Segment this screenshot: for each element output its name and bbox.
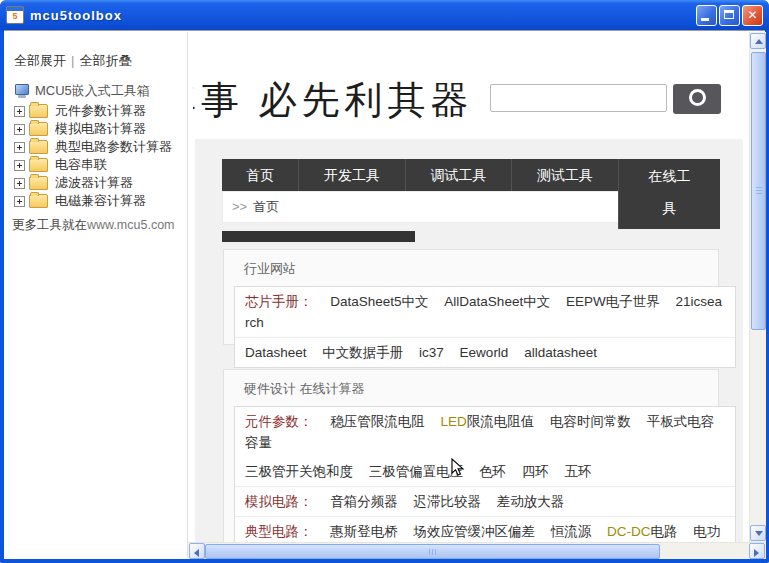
- breadcrumb-current[interactable]: 首页: [253, 199, 279, 214]
- nav-item-test-tools[interactable]: 测试工具: [511, 159, 618, 191]
- vertical-scroll-thumb[interactable]: [751, 52, 766, 330]
- tool-tree: MCU5嵌入式工具箱 元件参数计算器 模拟电路计算器 典型电路参数计算器: [14, 82, 172, 210]
- search-input[interactable]: [490, 84, 667, 112]
- app-icon: 5: [6, 6, 24, 24]
- minimize-icon: [701, 18, 709, 21]
- link[interactable]: 差动放大器: [497, 494, 565, 509]
- minimize-button[interactable]: [696, 5, 717, 26]
- horizontal-scrollbar[interactable]: [188, 542, 766, 559]
- section-title: 行业网站: [224, 250, 718, 286]
- link[interactable]: 五环: [565, 464, 592, 479]
- link[interactable]: 电容时间常数: [550, 414, 631, 429]
- tree-item-analog-calculator[interactable]: 模拟电路计算器: [14, 120, 172, 138]
- scroll-left-button[interactable]: [189, 543, 205, 559]
- link[interactable]: 迟滞比较器: [414, 494, 482, 509]
- toolbar-divider: |: [71, 53, 74, 68]
- link[interactable]: DC-DC电路: [607, 524, 678, 539]
- folder-icon: [29, 104, 48, 118]
- link-text: 电路: [651, 524, 678, 539]
- link[interactable]: DataSheet5中文: [330, 294, 428, 309]
- nav-item-home[interactable]: 首页: [222, 159, 298, 191]
- link[interactable]: 四环: [522, 464, 549, 479]
- expand-plus-icon[interactable]: [14, 124, 25, 135]
- client-area: 全部展开|全部折叠 MCU5嵌入式工具箱 元件参数计算器 模拟电路计算器: [4, 30, 765, 559]
- link[interactable]: 三极管开关饱和度: [245, 464, 353, 479]
- link-row-component-params-2: 三极管开关饱和度 三极管偏置电压 色环 四环 五环: [235, 457, 735, 486]
- mcu5-site-link[interactable]: www.mcu5.com: [87, 218, 175, 232]
- search-button[interactable]: [673, 84, 721, 114]
- tree-item-filter-calculator[interactable]: 滤波器计算器: [14, 174, 172, 192]
- nav-item-dev-tools[interactable]: 开发工具: [298, 159, 405, 191]
- main-nav: 首页 开发工具 调试工具 测试工具 在线工具: [222, 159, 720, 191]
- titlebar[interactable]: 5 mcu5toolbox ✕: [0, 0, 769, 30]
- highlighted-term: DC-DC: [607, 524, 651, 539]
- link-text: 限流电阻值: [467, 414, 535, 429]
- tree-item-label: 元件参数计算器: [55, 102, 146, 120]
- nav-item-online-tools[interactable]: 在线工具: [618, 159, 720, 229]
- row-label: 元件参数：: [245, 414, 313, 429]
- scroll-up-button[interactable]: [750, 33, 766, 49]
- link[interactable]: AllDataSheet中文: [444, 294, 550, 309]
- maximize-button[interactable]: [719, 5, 740, 26]
- app-icon-number: 5: [7, 11, 23, 22]
- link-row-analog-circuits: 模拟电路： 音箱分频器 迟滞比较器 差动放大器: [235, 486, 735, 516]
- vertical-scrollbar[interactable]: [749, 32, 766, 542]
- section-industry-sites: 行业网站 芯片手册： DataSheet5中文 AllDataSheet中文 E…: [223, 249, 719, 345]
- link[interactable]: Datasheet: [245, 345, 307, 360]
- link[interactable]: EEPW电子世界: [566, 294, 660, 309]
- tree-item-label: 典型电路参数计算器: [55, 138, 172, 156]
- tree-item-emc-calculator[interactable]: 电磁兼容计算器: [14, 192, 172, 210]
- expand-plus-icon[interactable]: [14, 196, 25, 207]
- horizontal-scroll-thumb[interactable]: [205, 544, 660, 559]
- web-page: 其事 必先利其器 首页 开发工具 调试工具 测试工具 在线工具 >>首页 行业网…: [188, 32, 749, 542]
- link[interactable]: alldatasheet: [524, 345, 597, 360]
- expand-plus-icon[interactable]: [14, 178, 25, 189]
- expand-plus-icon[interactable]: [14, 106, 25, 117]
- scroll-down-button[interactable]: [750, 525, 766, 541]
- collapse-all-link[interactable]: 全部折叠: [79, 53, 131, 68]
- link[interactable]: 色环: [479, 464, 506, 479]
- link[interactable]: 三极管偏置电压: [369, 464, 464, 479]
- tree-root-node[interactable]: MCU5嵌入式工具箱: [14, 82, 172, 100]
- link-box: 芯片手册： DataSheet5中文 AllDataSheet中文 EEPW电子…: [234, 286, 736, 368]
- arrow-right-icon: [754, 549, 759, 557]
- row-label: 模拟电路：: [245, 494, 313, 509]
- folder-icon: [29, 176, 48, 190]
- close-button[interactable]: ✕: [742, 5, 763, 26]
- link[interactable]: 中文数据手册: [322, 345, 403, 360]
- tree-item-component-calculator[interactable]: 元件参数计算器: [14, 102, 172, 120]
- nav-item-debug-tools[interactable]: 调试工具: [405, 159, 511, 191]
- sidebar: 全部展开|全部折叠 MCU5嵌入式工具箱 元件参数计算器 模拟电路计算器: [4, 32, 183, 559]
- link[interactable]: LED限流电阻值: [441, 414, 535, 429]
- tree-item-typical-circuit-calculator[interactable]: 典型电路参数计算器: [14, 138, 172, 156]
- link[interactable]: 场效应管缓冲区偏差: [414, 524, 536, 539]
- link[interactable]: ic37: [419, 345, 444, 360]
- scroll-right-button[interactable]: [749, 543, 765, 559]
- tree-item-label: 电磁兼容计算器: [55, 192, 146, 210]
- row-label: 芯片手册：: [245, 294, 313, 309]
- tree-toolbar: 全部展开|全部折叠: [14, 52, 131, 70]
- link[interactable]: 音箱分频器: [330, 494, 398, 509]
- expand-plus-icon[interactable]: [14, 160, 25, 171]
- link[interactable]: 稳压管限流电阻: [330, 414, 425, 429]
- slogan-text: 事 必先利其器: [201, 79, 474, 121]
- expand-plus-icon[interactable]: [14, 142, 25, 153]
- embedded-browser: 其事 必先利其器 首页 开发工具 调试工具 测试工具 在线工具 >>首页 行业网…: [187, 32, 766, 558]
- link-row-chip-manuals-2: Datasheet 中文数据手册 ic37 Eeworld alldatashe…: [235, 337, 735, 367]
- row-label: 典型电路：: [245, 524, 313, 539]
- section-title: 硬件设计 在线计算器: [224, 370, 718, 406]
- arrow-down-icon: [755, 531, 763, 536]
- link[interactable]: Eeworld: [460, 345, 509, 360]
- tree-item-capacitor-series[interactable]: 电容串联: [14, 156, 172, 174]
- thumb-grip: [756, 187, 762, 195]
- link[interactable]: 恒流源: [551, 524, 592, 539]
- site-slogan: 其事 必先利其器: [193, 78, 474, 122]
- thumb-grip: [429, 549, 437, 555]
- tree-root-label: MCU5嵌入式工具箱: [35, 82, 150, 100]
- folder-icon: [29, 158, 48, 172]
- folder-icon: [29, 140, 48, 154]
- expand-all-link[interactable]: 全部展开: [14, 53, 66, 68]
- link[interactable]: 惠斯登电桥: [330, 524, 398, 539]
- footer-text: 更多工具就在: [12, 218, 87, 232]
- nav-item-online-tools-label: 在线工具: [646, 159, 694, 224]
